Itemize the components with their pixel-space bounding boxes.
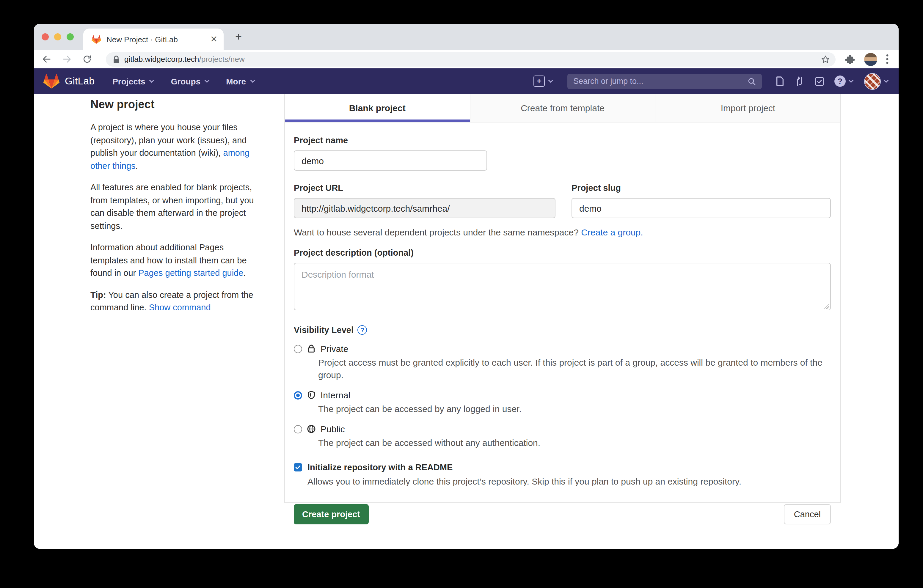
new-tab-button[interactable]: +	[233, 31, 245, 43]
chevron-down-icon	[204, 79, 210, 83]
extensions-puzzle-icon[interactable]	[845, 54, 855, 64]
private-description: Project access must be granted explicitl…	[318, 356, 823, 381]
cancel-button[interactable]: Cancel	[784, 504, 831, 524]
toolbar-right	[845, 53, 889, 66]
visibility-help-icon[interactable]: ?	[358, 325, 367, 335]
visibility-option-private: Private Project access must be granted e…	[294, 344, 831, 381]
project-url-input[interactable]	[294, 198, 555, 218]
lock-icon	[307, 344, 316, 353]
page-content: New project A project is where you house…	[34, 94, 898, 549]
pages-guide-link[interactable]: Pages getting started guide	[138, 268, 243, 278]
namespace-hint: Want to house several dependent projects…	[294, 227, 831, 237]
zoom-window-button[interactable]	[67, 33, 74, 40]
todo-check-icon[interactable]	[815, 76, 824, 86]
reload-icon[interactable]	[82, 54, 92, 64]
gitlab-tanuki-icon[interactable]	[43, 74, 59, 89]
bookmark-star-icon[interactable]	[821, 54, 830, 64]
user-menu[interactable]	[864, 73, 889, 89]
issues-icon[interactable]	[775, 76, 784, 86]
address-bar[interactable]: gitlab.widgetcorp.tech/projects/new	[106, 52, 836, 66]
gitlab-wordmark[interactable]: GitLab	[65, 75, 95, 87]
minimize-window-button[interactable]	[54, 33, 61, 40]
project-description-label: Project description (optional)	[294, 248, 831, 258]
public-description: The project can be accessed without any …	[318, 436, 823, 449]
chevron-down-icon	[548, 79, 553, 83]
sidebar-paragraph: A project is where you house your files …	[90, 121, 261, 172]
project-url-label: Project URL	[294, 183, 555, 193]
visibility-level-label: Visibility Level	[294, 325, 353, 335]
back-icon[interactable]	[42, 54, 52, 64]
shield-icon	[307, 391, 316, 399]
private-radio[interactable]	[294, 345, 302, 353]
private-label[interactable]: Private	[320, 344, 348, 354]
sidebar-paragraph: Information about additional Pages templ…	[90, 241, 261, 280]
readme-checkbox[interactable]	[294, 463, 302, 471]
project-name-label: Project name	[294, 136, 831, 145]
nav-groups-menu[interactable]: Groups	[171, 76, 210, 86]
visibility-option-internal: Internal The project can be accessed by …	[294, 390, 831, 415]
page-sidebar: New project A project is where you house…	[90, 94, 261, 323]
tab-import-project[interactable]: Import project	[655, 94, 840, 122]
new-item-menu[interactable]: +	[534, 76, 553, 87]
nav-more-menu[interactable]: More	[226, 76, 255, 86]
project-slug-label: Project slug	[572, 183, 831, 193]
browser-window: New Project · GitLab ✕ + gitlab.widgetco…	[34, 24, 898, 549]
tab-blank-project[interactable]: Blank project	[285, 94, 470, 122]
show-command-link[interactable]: Show command	[149, 302, 211, 312]
browser-menu-kebab-icon[interactable]	[886, 54, 889, 64]
close-window-button[interactable]	[42, 33, 49, 40]
chevron-down-icon	[149, 79, 155, 83]
readme-label[interactable]: Initialize repository with a README	[307, 463, 453, 472]
url-text: gitlab.widgetcorp.tech/projects/new	[124, 55, 245, 64]
project-name-input[interactable]	[294, 150, 487, 171]
browser-tab[interactable]: New Project · GitLab ✕	[83, 28, 223, 50]
desktop: New Project · GitLab ✕ + gitlab.widgetco…	[0, 0, 923, 588]
create-project-button[interactable]: Create project	[294, 504, 368, 524]
sidebar-tip: Tip: You can also create a project from …	[90, 289, 261, 314]
sidebar-paragraph: All features are enabled for blank proje…	[90, 181, 261, 232]
internal-label[interactable]: Internal	[320, 390, 350, 400]
question-icon: ?	[834, 76, 846, 87]
tab-close-icon[interactable]: ✕	[210, 34, 218, 44]
internal-radio[interactable]	[294, 391, 302, 399]
help-menu[interactable]: ?	[834, 76, 854, 87]
search-icon	[747, 77, 756, 85]
tab-create-from-template[interactable]: Create from template	[470, 94, 655, 122]
forward-icon[interactable]	[62, 54, 72, 64]
https-lock-icon[interactable]	[113, 55, 120, 63]
new-project-panel: Blank project Create from template Impor…	[284, 94, 841, 503]
navbar-right: + Search or jump to...	[534, 73, 889, 89]
public-radio[interactable]	[294, 425, 302, 433]
browser-tabstrip: New Project · GitLab ✕ +	[34, 24, 898, 50]
window-controls	[42, 33, 74, 40]
page-title: New project	[90, 98, 261, 111]
project-description-textarea[interactable]	[294, 263, 831, 310]
public-label[interactable]: Public	[320, 424, 345, 434]
navbar-menu: Projects Groups More	[112, 76, 255, 86]
gitlab-favicon-icon	[92, 35, 101, 44]
globe-icon	[307, 424, 316, 434]
browser-toolbar: gitlab.widgetcorp.tech/projects/new	[34, 50, 898, 68]
plus-square-icon: +	[534, 76, 545, 87]
visibility-option-public: Public The project can be accessed witho…	[294, 424, 831, 449]
chevron-down-icon	[250, 79, 255, 83]
tab-title: New Project · GitLab	[107, 35, 205, 44]
merge-request-icon[interactable]	[795, 76, 805, 87]
chevron-down-icon	[848, 79, 854, 83]
nav-projects-menu[interactable]: Projects	[112, 76, 155, 86]
project-type-tabs: Blank project Create from template Impor…	[285, 94, 840, 123]
create-a-group-link[interactable]: Create a group.	[581, 227, 643, 237]
search-placeholder: Search or jump to...	[573, 77, 747, 85]
readme-description: Allows you to immediately clone this pro…	[307, 476, 831, 486]
blank-project-form: Project name Project URL Project slug Wa…	[285, 123, 840, 524]
user-avatar	[864, 73, 881, 89]
check-icon	[295, 464, 301, 470]
gitlab-navbar: GitLab Projects Groups More + Search or …	[34, 68, 898, 94]
search-input[interactable]: Search or jump to...	[567, 74, 762, 89]
browser-profile-avatar[interactable]	[864, 53, 877, 66]
chevron-down-icon	[883, 79, 889, 83]
project-slug-input[interactable]	[572, 198, 831, 218]
internal-description: The project can be accessed by any logge…	[318, 402, 823, 415]
